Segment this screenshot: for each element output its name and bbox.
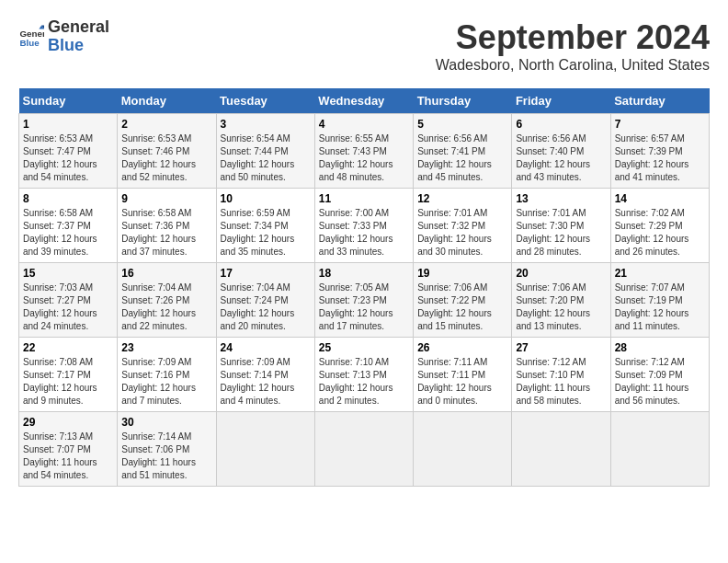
logo-text-general: GeneralBlue <box>48 18 109 55</box>
day-number: 10 <box>221 192 311 205</box>
calendar-cell: 25Sunrise: 7:10 AM Sunset: 7:13 PM Dayli… <box>314 338 413 412</box>
calendar-cell: 17Sunrise: 7:04 AM Sunset: 7:24 PM Dayli… <box>216 263 314 338</box>
calendar-week-row: 15Sunrise: 7:03 AM Sunset: 7:27 PM Dayli… <box>19 263 710 338</box>
day-info: Sunrise: 6:58 AM Sunset: 7:36 PM Dayligh… <box>121 207 211 259</box>
day-number: 29 <box>23 416 113 429</box>
calendar-cell: 14Sunrise: 7:02 AM Sunset: 7:29 PM Dayli… <box>610 189 709 263</box>
day-number: 8 <box>23 192 113 205</box>
day-info: Sunrise: 6:58 AM Sunset: 7:37 PM Dayligh… <box>23 207 113 259</box>
day-info: Sunrise: 6:55 AM Sunset: 7:43 PM Dayligh… <box>319 132 409 184</box>
calendar-cell <box>512 412 610 487</box>
day-number: 4 <box>319 118 409 131</box>
calendar-cell: 27Sunrise: 7:12 AM Sunset: 7:10 PM Dayli… <box>512 338 610 412</box>
calendar-week-row: 8Sunrise: 6:58 AM Sunset: 7:37 PM Daylig… <box>19 189 710 263</box>
day-number: 22 <box>23 341 113 354</box>
day-number: 25 <box>319 341 409 354</box>
day-info: Sunrise: 7:02 AM Sunset: 7:29 PM Dayligh… <box>615 207 705 259</box>
svg-text:Blue: Blue <box>19 38 40 48</box>
calendar-header-row: SundayMondayTuesdayWednesdayThursdayFrid… <box>19 88 710 114</box>
day-number: 27 <box>516 341 606 354</box>
calendar-cell: 6Sunrise: 6:56 AM Sunset: 7:40 PM Daylig… <box>512 114 610 189</box>
day-info: Sunrise: 7:08 AM Sunset: 7:17 PM Dayligh… <box>23 356 113 408</box>
day-number: 23 <box>121 341 211 354</box>
day-info: Sunrise: 7:04 AM Sunset: 7:26 PM Dayligh… <box>121 282 211 333</box>
day-number: 11 <box>319 192 409 205</box>
day-number: 17 <box>221 267 311 280</box>
day-info: Sunrise: 7:12 AM Sunset: 7:10 PM Dayligh… <box>516 356 606 408</box>
calendar-week-row: 29Sunrise: 7:13 AM Sunset: 7:07 PM Dayli… <box>19 412 710 487</box>
calendar-cell: 4Sunrise: 6:55 AM Sunset: 7:43 PM Daylig… <box>314 114 413 189</box>
calendar-cell: 13Sunrise: 7:01 AM Sunset: 7:30 PM Dayli… <box>512 189 610 263</box>
calendar-cell: 24Sunrise: 7:09 AM Sunset: 7:14 PM Dayli… <box>216 338 314 412</box>
day-number: 28 <box>615 341 705 354</box>
day-info: Sunrise: 6:53 AM Sunset: 7:46 PM Dayligh… <box>121 132 211 184</box>
calendar-cell: 1Sunrise: 6:53 AM Sunset: 7:47 PM Daylig… <box>19 114 118 189</box>
calendar-cell: 21Sunrise: 7:07 AM Sunset: 7:19 PM Dayli… <box>610 263 709 338</box>
day-number: 1 <box>23 118 113 131</box>
day-info: Sunrise: 7:12 AM Sunset: 7:09 PM Dayligh… <box>615 356 705 408</box>
calendar-subtitle: Wadesboro, North Carolina, United States <box>436 57 710 74</box>
day-number: 13 <box>516 192 606 205</box>
day-info: Sunrise: 7:10 AM Sunset: 7:13 PM Dayligh… <box>319 356 409 408</box>
day-info: Sunrise: 7:01 AM Sunset: 7:30 PM Dayligh… <box>516 207 606 259</box>
calendar-cell: 15Sunrise: 7:03 AM Sunset: 7:27 PM Dayli… <box>19 263 118 338</box>
calendar-cell: 7Sunrise: 6:57 AM Sunset: 7:39 PM Daylig… <box>610 114 709 189</box>
day-number: 7 <box>615 118 705 131</box>
day-info: Sunrise: 6:56 AM Sunset: 7:41 PM Dayligh… <box>417 132 507 184</box>
title-block: September 2024 Wadesboro, North Carolina… <box>436 18 710 74</box>
day-header-monday: Monday <box>118 88 216 114</box>
day-number: 26 <box>417 341 507 354</box>
day-info: Sunrise: 7:00 AM Sunset: 7:33 PM Dayligh… <box>319 207 409 259</box>
day-number: 30 <box>121 416 211 429</box>
calendar-cell: 23Sunrise: 7:09 AM Sunset: 7:16 PM Dayli… <box>118 338 216 412</box>
calendar-cell: 29Sunrise: 7:13 AM Sunset: 7:07 PM Dayli… <box>19 412 118 487</box>
calendar-table: SundayMondayTuesdayWednesdayThursdayFrid… <box>18 88 710 487</box>
day-number: 16 <box>121 267 211 280</box>
day-info: Sunrise: 7:07 AM Sunset: 7:19 PM Dayligh… <box>615 282 705 333</box>
calendar-week-row: 22Sunrise: 7:08 AM Sunset: 7:17 PM Dayli… <box>19 338 710 412</box>
day-info: Sunrise: 6:56 AM Sunset: 7:40 PM Dayligh… <box>516 132 606 184</box>
day-header-thursday: Thursday <box>414 88 512 114</box>
calendar-week-row: 1Sunrise: 6:53 AM Sunset: 7:47 PM Daylig… <box>19 114 710 189</box>
day-number: 9 <box>121 192 211 205</box>
calendar-cell: 28Sunrise: 7:12 AM Sunset: 7:09 PM Dayli… <box>610 338 709 412</box>
day-header-tuesday: Tuesday <box>216 88 314 114</box>
logo: General Blue GeneralBlue <box>18 18 109 55</box>
day-number: 12 <box>417 192 507 205</box>
calendar-cell <box>216 412 314 487</box>
day-header-friday: Friday <box>512 88 610 114</box>
calendar-cell: 26Sunrise: 7:11 AM Sunset: 7:11 PM Dayli… <box>414 338 512 412</box>
calendar-cell: 8Sunrise: 6:58 AM Sunset: 7:37 PM Daylig… <box>19 189 118 263</box>
calendar-cell: 22Sunrise: 7:08 AM Sunset: 7:17 PM Dayli… <box>19 338 118 412</box>
day-number: 14 <box>615 192 705 205</box>
day-info: Sunrise: 6:53 AM Sunset: 7:47 PM Dayligh… <box>23 132 113 184</box>
day-number: 18 <box>319 267 409 280</box>
calendar-cell: 11Sunrise: 7:00 AM Sunset: 7:33 PM Dayli… <box>314 189 413 263</box>
calendar-cell: 5Sunrise: 6:56 AM Sunset: 7:41 PM Daylig… <box>414 114 512 189</box>
calendar-cell: 16Sunrise: 7:04 AM Sunset: 7:26 PM Dayli… <box>118 263 216 338</box>
day-number: 5 <box>417 118 507 131</box>
day-info: Sunrise: 7:04 AM Sunset: 7:24 PM Dayligh… <box>221 282 311 333</box>
day-info: Sunrise: 6:57 AM Sunset: 7:39 PM Dayligh… <box>615 132 705 184</box>
calendar-cell: 18Sunrise: 7:05 AM Sunset: 7:23 PM Dayli… <box>314 263 413 338</box>
day-header-sunday: Sunday <box>19 88 118 114</box>
day-info: Sunrise: 7:14 AM Sunset: 7:06 PM Dayligh… <box>121 431 211 482</box>
calendar-cell: 30Sunrise: 7:14 AM Sunset: 7:06 PM Dayli… <box>118 412 216 487</box>
day-number: 6 <box>516 118 606 131</box>
day-info: Sunrise: 7:09 AM Sunset: 7:16 PM Dayligh… <box>121 356 211 408</box>
calendar-cell: 2Sunrise: 6:53 AM Sunset: 7:46 PM Daylig… <box>118 114 216 189</box>
logo-icon: General Blue <box>18 24 44 50</box>
day-number: 24 <box>221 341 311 354</box>
day-info: Sunrise: 7:01 AM Sunset: 7:32 PM Dayligh… <box>417 207 507 259</box>
day-number: 19 <box>417 267 507 280</box>
calendar-cell: 3Sunrise: 6:54 AM Sunset: 7:44 PM Daylig… <box>216 114 314 189</box>
calendar-cell: 10Sunrise: 6:59 AM Sunset: 7:34 PM Dayli… <box>216 189 314 263</box>
day-number: 15 <box>23 267 113 280</box>
day-header-wednesday: Wednesday <box>314 88 413 114</box>
day-info: Sunrise: 7:11 AM Sunset: 7:11 PM Dayligh… <box>417 356 507 408</box>
day-number: 3 <box>221 118 311 131</box>
day-info: Sunrise: 6:54 AM Sunset: 7:44 PM Dayligh… <box>221 132 311 184</box>
calendar-title: September 2024 <box>436 18 710 57</box>
day-number: 2 <box>121 118 211 131</box>
calendar-cell: 20Sunrise: 7:06 AM Sunset: 7:20 PM Dayli… <box>512 263 610 338</box>
